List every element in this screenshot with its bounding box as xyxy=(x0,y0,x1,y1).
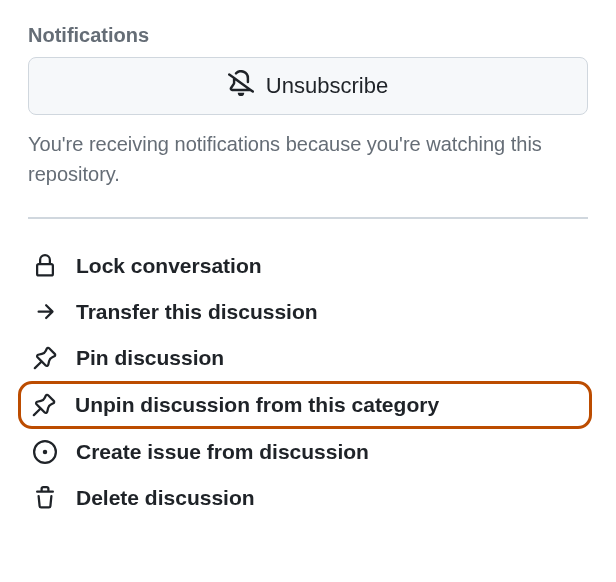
action-label: Create issue from discussion xyxy=(76,440,369,464)
lock-icon xyxy=(32,253,58,279)
unpin-from-category-action[interactable]: Unpin discussion from this category xyxy=(18,381,592,429)
bell-slash-icon xyxy=(228,70,254,102)
arrow-right-icon xyxy=(32,299,58,325)
unsubscribe-button[interactable]: Unsubscribe xyxy=(28,57,588,115)
issue-opened-icon xyxy=(32,439,58,465)
pin-discussion-action[interactable]: Pin discussion xyxy=(28,335,588,381)
action-label: Unpin discussion from this category xyxy=(75,393,439,417)
action-label: Transfer this discussion xyxy=(76,300,318,324)
notifications-description: You're receiving notifications because y… xyxy=(28,129,588,189)
pin-icon xyxy=(32,345,58,371)
action-label: Lock conversation xyxy=(76,254,262,278)
lock-conversation-action[interactable]: Lock conversation xyxy=(28,243,588,289)
action-list: Lock conversation Transfer this discussi… xyxy=(28,243,588,521)
action-label: Delete discussion xyxy=(76,486,255,510)
notifications-section: Notifications Unsubscribe You're receivi… xyxy=(28,24,588,189)
divider xyxy=(28,217,588,219)
delete-discussion-action[interactable]: Delete discussion xyxy=(28,475,588,521)
create-issue-action[interactable]: Create issue from discussion xyxy=(28,429,588,475)
pin-icon xyxy=(31,392,57,418)
transfer-discussion-action[interactable]: Transfer this discussion xyxy=(28,289,588,335)
notifications-title: Notifications xyxy=(28,24,588,47)
action-label: Pin discussion xyxy=(76,346,224,370)
trash-icon xyxy=(32,485,58,511)
unsubscribe-label: Unsubscribe xyxy=(266,73,388,99)
